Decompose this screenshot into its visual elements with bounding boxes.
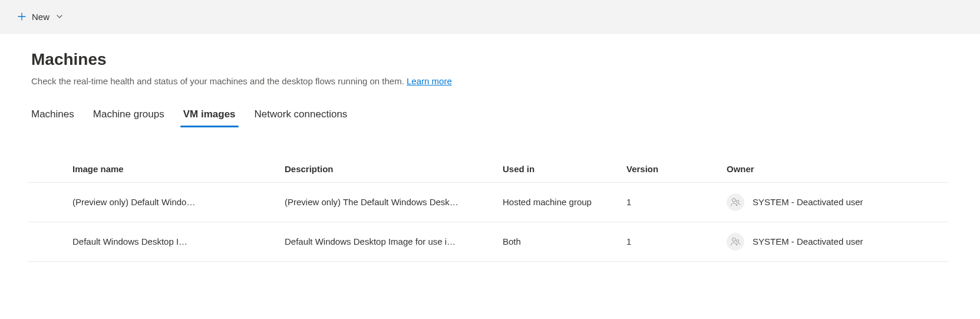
table-header-owner[interactable]: Owner [717, 157, 949, 183]
svg-point-0 [732, 198, 735, 202]
table-row[interactable]: Default Windows Desktop I… Default Windo… [28, 222, 949, 261]
new-button-label: New [32, 12, 50, 22]
table-header-used-in[interactable]: Used in [493, 157, 617, 183]
row-description: Default Windows Desktop Image for use i… [285, 236, 484, 246]
tab-vm-images[interactable]: VM images [183, 105, 236, 127]
row-owner-cell: SYSTEM - Deactivated user [727, 233, 939, 251]
row-version: 1 [626, 236, 631, 246]
row-description: (Preview only) The Default Windows Desk… [285, 197, 484, 207]
row-name[interactable]: Default Windows Desktop I… [72, 236, 237, 246]
row-select-cell[interactable] [28, 222, 63, 261]
row-used-in: Hosted machine group [503, 197, 592, 207]
page-title: Machines [31, 50, 949, 69]
plus-icon [17, 11, 27, 22]
new-button[interactable]: New [11, 8, 70, 25]
tabs: Machines Machine groups VM images Networ… [31, 105, 949, 127]
row-select-cell[interactable] [28, 182, 63, 222]
row-owner: SYSTEM - Deactivated user [753, 236, 863, 246]
table-header-description[interactable]: Description [275, 157, 493, 183]
table-header-name[interactable]: Image name [63, 157, 275, 183]
svg-point-2 [732, 238, 735, 241]
tab-network-connections[interactable]: Network connections [255, 105, 348, 127]
learn-more-link[interactable]: Learn more [407, 76, 452, 86]
avatar-icon [727, 193, 744, 211]
chevron-down-icon [55, 12, 64, 21]
svg-point-1 [736, 200, 738, 202]
row-owner-cell: SYSTEM - Deactivated user [727, 193, 939, 211]
page-description-text: Check the real-time health and status of… [31, 76, 407, 86]
table: Image name Description Used in Version O… [28, 157, 949, 262]
table-header-version[interactable]: Version [617, 157, 717, 183]
table-header-select [28, 157, 63, 183]
row-version: 1 [626, 197, 631, 207]
row-used-in: Both [503, 236, 521, 246]
tab-machines[interactable]: Machines [31, 105, 74, 127]
row-owner: SYSTEM - Deactivated user [753, 197, 863, 207]
tab-machine-groups[interactable]: Machine groups [93, 105, 164, 127]
content-area: Machines Check the real-time health and … [0, 34, 980, 262]
svg-point-3 [736, 239, 738, 242]
command-bar: New [0, 0, 980, 34]
avatar-icon [727, 233, 744, 251]
page-description: Check the real-time health and status of… [31, 75, 949, 88]
row-name[interactable]: (Preview only) Default Windo… [72, 197, 237, 207]
table-row[interactable]: (Preview only) Default Windo… (Preview o… [28, 182, 949, 222]
table-header-row: Image name Description Used in Version O… [28, 157, 949, 183]
